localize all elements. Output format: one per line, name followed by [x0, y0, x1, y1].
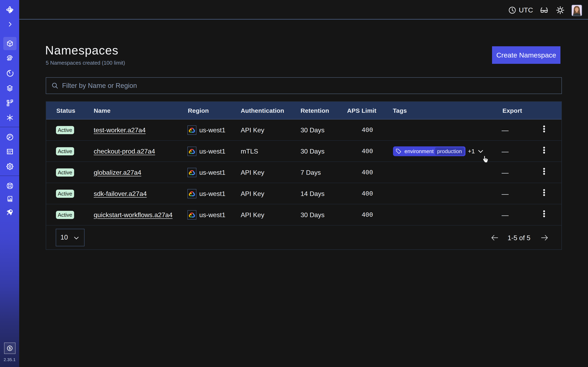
svg-text:$: $: [9, 346, 11, 350]
